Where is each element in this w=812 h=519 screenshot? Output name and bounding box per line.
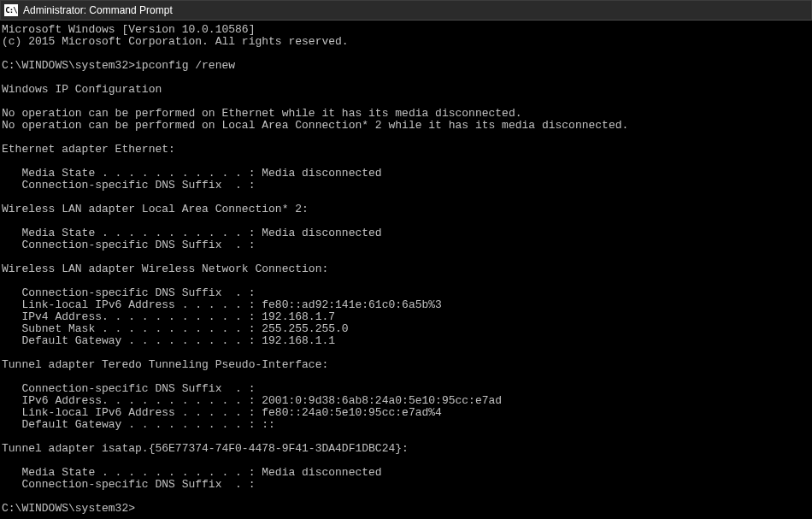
terminal-line (2, 72, 810, 84)
terminal-line: Link-local IPv6 Address . . . . . : fe80… (2, 299, 810, 311)
terminal-line (2, 192, 810, 203)
terminal-line: Link-local IPv6 Address . . . . . : fe80… (2, 407, 810, 419)
terminal-output[interactable]: Microsoft Windows [Version 10.0.10586](c… (0, 21, 812, 518)
terminal-line: Tunnel adapter isatap.{56E77374-74F0-447… (2, 443, 810, 455)
terminal-line: No operation can be performed on Etherne… (2, 108, 810, 120)
terminal-line (2, 371, 810, 383)
terminal-line: Connection-specific DNS Suffix . : (2, 287, 810, 299)
terminal-line: Wireless LAN adapter Local Area Connecti… (2, 203, 810, 215)
terminal-line: IPv4 Address. . . . . . . . . . . : 192.… (2, 311, 810, 323)
terminal-line: Connection-specific DNS Suffix . : (2, 383, 810, 395)
terminal-line: Subnet Mask . . . . . . . . . . . : 255.… (2, 323, 810, 335)
terminal-line (2, 347, 810, 359)
terminal-line: Default Gateway . . . . . . . . . : :: (2, 419, 810, 431)
terminal-line: Connection-specific DNS Suffix . : (2, 239, 810, 251)
terminal-line: C:\WINDOWS\system32> (2, 503, 810, 515)
terminal-line (2, 132, 810, 144)
terminal-line (2, 455, 810, 467)
terminal-line (2, 48, 810, 60)
terminal-line: Media State . . . . . . . . . . . : Medi… (2, 168, 810, 180)
terminal-line (2, 156, 810, 168)
terminal-line: IPv6 Address. . . . . . . . . . . : 2001… (2, 395, 810, 407)
terminal-line: Default Gateway . . . . . . . . . : 192.… (2, 335, 810, 347)
titlebar[interactable]: C:\ Administrator: Command Prompt (0, 0, 812, 21)
terminal-line: (c) 2015 Microsoft Corporation. All righ… (2, 36, 810, 48)
terminal-line: Connection-specific DNS Suffix . : (2, 479, 810, 491)
terminal-line: Wireless LAN adapter Wireless Network Co… (2, 263, 810, 275)
terminal-line (2, 491, 810, 503)
terminal-line (2, 275, 810, 287)
window-title: Administrator: Command Prompt (23, 4, 173, 16)
terminal-line: Connection-specific DNS Suffix . : (2, 180, 810, 192)
terminal-line (2, 96, 810, 108)
terminal-line: Microsoft Windows [Version 10.0.10586] (2, 24, 810, 36)
terminal-line: No operation can be performed on Local A… (2, 120, 810, 132)
terminal-line: Windows IP Configuration (2, 84, 810, 96)
terminal-line: Tunnel adapter Teredo Tunneling Pseudo-I… (2, 359, 810, 371)
terminal-line: Media State . . . . . . . . . . . : Medi… (2, 467, 810, 479)
terminal-line (2, 431, 810, 443)
terminal-line: Ethernet adapter Ethernet: (2, 144, 810, 156)
terminal-line (2, 251, 810, 263)
terminal-line: Media State . . . . . . . . . . . : Medi… (2, 227, 810, 239)
terminal-line: C:\WINDOWS\system32>ipconfig /renew (2, 60, 810, 72)
cmd-icon: C:\ (4, 4, 18, 16)
terminal-line (2, 215, 810, 227)
